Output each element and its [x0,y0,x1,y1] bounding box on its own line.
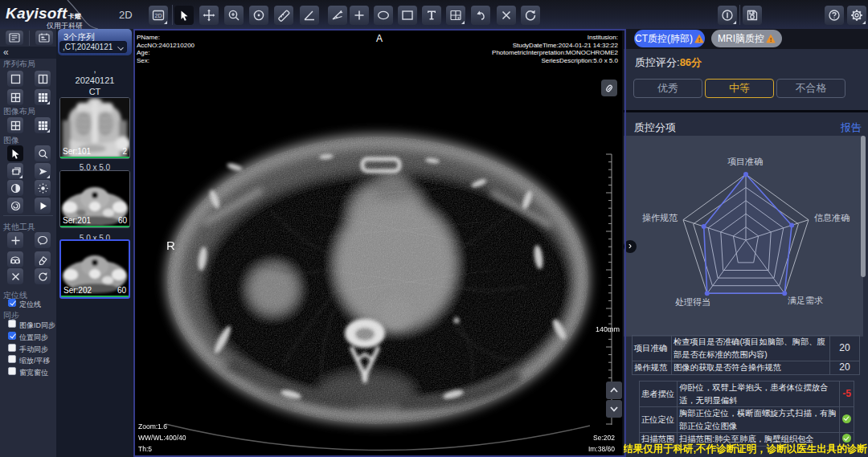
svg-text:2D: 2D [155,13,162,18]
